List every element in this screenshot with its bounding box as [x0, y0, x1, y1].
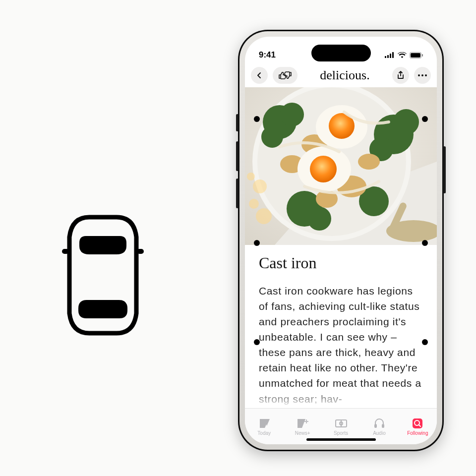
back-button[interactable]: [251, 67, 268, 84]
article-hero-image: [245, 87, 437, 245]
svg-point-30: [358, 154, 380, 170]
svg-point-19: [261, 126, 283, 148]
phone-screen: 9:41: [245, 37, 437, 444]
car-top-view-icon: [62, 213, 144, 337]
svg-point-38: [247, 173, 255, 180]
phone-silent-switch: [236, 114, 238, 131]
tab-label: News+: [295, 430, 310, 436]
motion-cue-dot: [254, 116, 260, 122]
svg-rect-42: [374, 424, 377, 428]
battery-icon: [410, 52, 423, 59]
svg-rect-1: [137, 249, 144, 254]
tab-today[interactable]: Today: [245, 409, 283, 444]
svg-rect-5: [392, 52, 394, 58]
article-fade: [245, 389, 437, 409]
svg-point-34: [310, 156, 337, 182]
article-paragraph: Cast iron cookware has legions of fans, …: [259, 283, 423, 407]
svg-rect-8: [422, 54, 423, 57]
share-button[interactable]: [392, 67, 409, 84]
svg-point-24: [307, 207, 331, 231]
motion-cue-dot: [254, 240, 260, 246]
svg-rect-43: [382, 424, 384, 428]
wifi-icon: [398, 52, 407, 58]
svg-point-18: [280, 103, 304, 126]
svg-point-21: [393, 109, 419, 135]
article-body[interactable]: Cast iron Cast iron cookware has legions…: [245, 245, 437, 409]
article-heading: Cast iron: [259, 254, 423, 272]
svg-rect-2: [385, 56, 386, 58]
more-button[interactable]: [414, 67, 431, 84]
tab-label: Today: [257, 430, 271, 436]
tab-following[interactable]: Following: [399, 409, 437, 444]
publication-title: delicious.: [320, 68, 369, 83]
motion-cue-dot: [254, 339, 260, 345]
svg-point-10: [421, 74, 423, 76]
svg-point-36: [249, 199, 259, 209]
svg-rect-0: [62, 249, 69, 254]
phone-volume-up: [236, 141, 238, 171]
phone-volume-down: [236, 178, 238, 208]
cellular-icon: [385, 52, 395, 58]
reaction-button[interactable]: [273, 67, 298, 84]
iphone-frame: 9:41: [238, 30, 444, 451]
tab-label: Sports: [334, 430, 348, 436]
article-nav-bar: delicious.: [245, 63, 437, 87]
dynamic-island: [311, 45, 371, 61]
svg-rect-4: [390, 54, 391, 58]
motion-cue-dot: [422, 339, 428, 345]
svg-point-35: [253, 179, 267, 193]
status-time: 9:41: [259, 50, 276, 60]
svg-point-11: [425, 74, 427, 76]
svg-point-37: [256, 208, 272, 224]
svg-rect-7: [411, 53, 420, 58]
motion-cue-dot: [422, 240, 428, 246]
phone-side-button: [443, 146, 446, 193]
home-indicator[interactable]: [306, 438, 376, 441]
motion-cue-dot: [422, 116, 428, 122]
tab-label: Following: [407, 430, 428, 436]
svg-rect-44: [413, 418, 422, 428]
tab-label: Audio: [373, 430, 386, 436]
svg-rect-3: [387, 55, 389, 58]
svg-point-9: [418, 74, 420, 76]
